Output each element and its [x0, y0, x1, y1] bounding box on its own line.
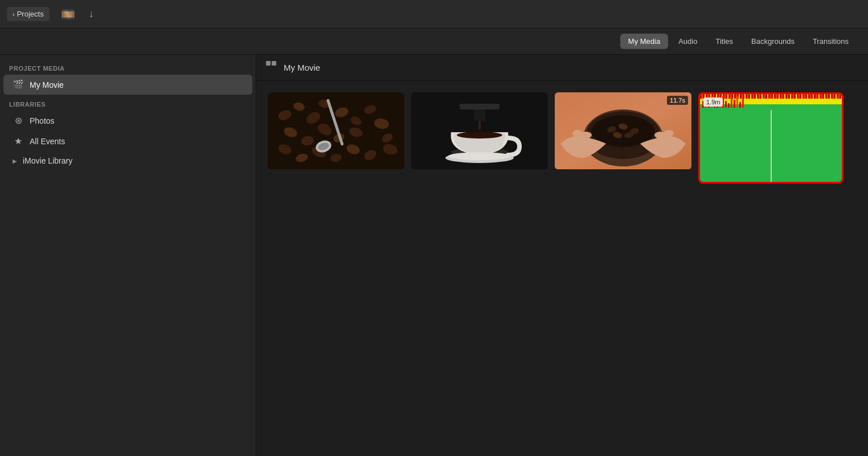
thumbnail-coffee-cup[interactable]	[411, 92, 548, 184]
playhead	[771, 110, 772, 182]
film-icon: 🎞️	[61, 8, 75, 21]
download-button[interactable]: ↓	[87, 6, 96, 22]
tab-transitions[interactable]: Transitions	[805, 34, 857, 49]
download-icon: ↓	[89, 8, 94, 19]
sidebar-item-imovie-library[interactable]: ▶ iMovie Library	[3, 152, 252, 170]
sidebar-item-photos-label: Photos	[30, 116, 55, 125]
projects-button[interactable]: ‹ Projects	[7, 7, 50, 21]
tab-audio-label: Audio	[678, 37, 697, 46]
svg-point-50	[664, 130, 674, 137]
section-label-project-media: PROJECT MEDIA	[0, 59, 256, 74]
tab-transitions-label: Transitions	[813, 37, 849, 46]
svg-point-33	[457, 132, 502, 139]
content-area: My Movie	[256, 55, 868, 456]
tab-titles[interactable]: Titles	[707, 34, 741, 49]
duration-badge-bowl: 11.7s	[667, 96, 688, 105]
tab-my-media[interactable]: My Media	[620, 34, 668, 49]
content-title: My Movie	[284, 63, 320, 72]
layout-toggle-icon[interactable]	[265, 60, 277, 75]
svg-point-35	[448, 152, 511, 160]
sidebar-item-my-movie-label: My Movie	[30, 80, 64, 89]
svg-rect-31	[478, 121, 481, 129]
expand-arrow-icon: ▶	[13, 158, 17, 164]
svg-point-48	[572, 130, 583, 137]
sidebar-item-all-events[interactable]: ★ All Events	[3, 131, 252, 151]
svg-rect-1	[272, 61, 276, 66]
sidebar-section-project-media: PROJECT MEDIA 🎬 My Movie	[0, 59, 256, 95]
main-area: PROJECT MEDIA 🎬 My Movie LIBRARIES ⊛ Pho…	[0, 55, 868, 456]
back-chevron: ‹	[13, 11, 15, 18]
tab-titles-label: Titles	[715, 37, 733, 46]
tab-backgrounds[interactable]: Backgrounds	[743, 34, 803, 49]
sidebar: PROJECT MEDIA 🎬 My Movie LIBRARIES ⊛ Pho…	[0, 55, 256, 456]
media-grid: 11.7s	[256, 81, 868, 456]
tab-audio[interactable]: Audio	[670, 34, 705, 49]
thumbnail-coffee-beans[interactable]	[268, 92, 404, 184]
sidebar-section-libraries: LIBRARIES ⊛ Photos ★ All Events ▶ iMovie…	[0, 95, 256, 170]
sidebar-item-imovie-library-label: iMovie Library	[23, 156, 72, 165]
svg-rect-29	[460, 104, 499, 109]
section-label-libraries: LIBRARIES	[0, 95, 256, 110]
thumbnail-green-screen[interactable]: 1.9m	[698, 92, 844, 184]
my-movie-icon: 🎬	[13, 79, 24, 90]
sidebar-item-my-movie[interactable]: 🎬 My Movie	[3, 75, 252, 95]
tabs-bar: My Media Audio Titles Backgrounds Transi…	[0, 28, 868, 55]
svg-rect-30	[474, 109, 485, 121]
tab-my-media-label: My Media	[628, 37, 660, 46]
tab-backgrounds-label: Backgrounds	[751, 37, 795, 46]
green-screen-image: 1.9m	[700, 94, 842, 182]
projects-label: Projects	[17, 10, 44, 18]
thumbnail-coffee-bowl[interactable]: 11.7s	[555, 92, 691, 184]
sidebar-item-all-events-label: All Events	[30, 137, 65, 146]
all-events-icon: ★	[13, 136, 24, 146]
coffee-beans-image	[268, 92, 404, 169]
sidebar-item-photos[interactable]: ⊛ Photos	[3, 111, 252, 131]
top-bar: ‹ Projects 🎞️ ↓	[0, 0, 868, 28]
film-icon-button[interactable]: 🎞️	[59, 5, 77, 23]
coffee-cup-image	[411, 92, 548, 169]
content-header: My Movie	[256, 55, 868, 81]
svg-rect-0	[266, 61, 271, 66]
duration-badge-greenscreen: 1.9m	[703, 97, 723, 107]
photos-icon: ⊛	[13, 115, 24, 126]
